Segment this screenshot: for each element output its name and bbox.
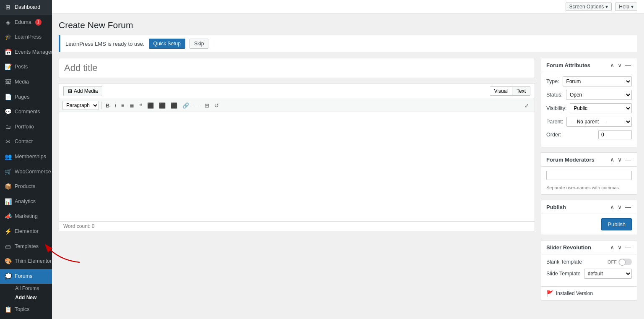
screen-options-button[interactable]: Screen Options ▾ bbox=[566, 3, 612, 11]
parent-label: Parent: bbox=[546, 119, 563, 125]
forums-icon: 💭 bbox=[4, 272, 12, 281]
notice-message: LearnPress LMS is ready to use. bbox=[65, 41, 145, 47]
slider-revolution-panel: Slider Revolution ∧ ∨ — Blank Template O… bbox=[541, 240, 637, 301]
status-label: Status: bbox=[546, 92, 563, 98]
visual-tab[interactable]: Visual bbox=[490, 86, 512, 96]
blockquote-button[interactable]: ❝ bbox=[137, 101, 144, 110]
slide-template-row: Slide Template default bbox=[546, 269, 632, 279]
sidebar-item-thim-elementor[interactable]: 🎨 Thim Elementor bbox=[0, 254, 52, 269]
sidebar-item-memberships[interactable]: 👥 Memberships bbox=[0, 149, 52, 165]
type-field-row: Type: Forum Category bbox=[546, 76, 632, 86]
link-button[interactable]: 🔗 bbox=[180, 101, 191, 110]
sidebar-item-dashboard[interactable]: ⊞ Dashboard bbox=[0, 0, 52, 15]
publish-button[interactable]: Publish bbox=[601, 218, 632, 230]
sidebar-item-woocommerce[interactable]: 🛒 WooCommerce bbox=[0, 165, 52, 180]
sidebar-item-products[interactable]: 📦 Products bbox=[0, 179, 52, 194]
align-left-button[interactable]: ⬛ bbox=[145, 101, 156, 110]
visual-text-tabs: Visual Text bbox=[490, 86, 530, 96]
forum-attributes-controls: ∧ ∨ — bbox=[609, 62, 632, 68]
publish-up[interactable]: ∧ bbox=[609, 204, 615, 210]
visibility-select[interactable]: Public Private bbox=[570, 103, 632, 113]
editor-footer: Word count: 0 bbox=[59, 221, 535, 231]
slider-revolution-close[interactable]: — bbox=[624, 244, 632, 251]
analytics-icon: 📊 bbox=[4, 198, 12, 206]
flag-icon: 🚩 bbox=[546, 290, 553, 297]
slider-revolution-up[interactable]: ∧ bbox=[609, 244, 615, 251]
forum-moderators-close[interactable]: — bbox=[624, 156, 632, 163]
editor-content[interactable] bbox=[59, 112, 535, 221]
expand-button[interactable]: ⤢ bbox=[522, 101, 531, 110]
add-media-button[interactable]: ⊞ Add Media bbox=[63, 86, 102, 96]
unordered-list-button[interactable]: ≡ bbox=[119, 101, 127, 110]
toolbar-sep-1 bbox=[101, 102, 101, 109]
slider-revolution-down[interactable]: ∨ bbox=[617, 244, 623, 251]
posts-icon: 📝 bbox=[4, 63, 12, 71]
sidebar-item-portfolio[interactable]: 🗂 Portfolio bbox=[0, 120, 52, 135]
editor-top-bar: ⊞ Add Media Visual Text bbox=[59, 84, 535, 99]
sidebar-item-media[interactable]: 🖼 Media bbox=[0, 75, 52, 90]
help-button[interactable]: Help ▾ bbox=[615, 3, 637, 11]
sidebar-item-elementor[interactable]: ⚡ Elementor bbox=[0, 224, 52, 239]
slide-template-label: Slide Template bbox=[546, 271, 581, 277]
parent-select[interactable]: — No parent — bbox=[566, 117, 632, 127]
forum-moderators-body: Separate user-names with commas bbox=[541, 167, 637, 194]
sidebar: ⊞ Dashboard ◈ Eduma 1 🎓 LearnPress 📅 Eve… bbox=[0, 0, 52, 319]
sidebar-item-learnpress[interactable]: 🎓 LearnPress bbox=[0, 30, 52, 45]
status-select[interactable]: Open Closed bbox=[566, 90, 632, 100]
help-arrow-icon: ▾ bbox=[631, 4, 634, 10]
sidebar-item-comments[interactable]: 💬 Comments bbox=[0, 105, 52, 120]
sidebar-item-analytics[interactable]: 📊 Analytics bbox=[0, 194, 52, 209]
slide-template-select[interactable]: default bbox=[584, 269, 632, 279]
sidebar-item-contact[interactable]: ✉ Contact bbox=[0, 134, 52, 149]
quick-setup-button[interactable]: Quick Setup bbox=[149, 39, 185, 49]
order-input[interactable] bbox=[598, 130, 632, 139]
installed-version-label: Installed Version bbox=[556, 290, 593, 296]
align-right-button[interactable]: ⬛ bbox=[169, 101, 179, 110]
forum-attributes-down[interactable]: ∨ bbox=[617, 62, 623, 68]
undo-button[interactable]: ↺ bbox=[212, 101, 221, 110]
skip-button[interactable]: Skip bbox=[190, 39, 208, 49]
text-tab[interactable]: Text bbox=[512, 86, 530, 96]
sidebar-item-forums[interactable]: 💭 Forums bbox=[0, 269, 52, 284]
sidebar-item-templates[interactable]: 🗃 Templates bbox=[0, 239, 52, 254]
blank-template-label: Blank Template bbox=[546, 259, 582, 265]
forum-attributes-header: Forum Attributes ∧ ∨ — bbox=[541, 58, 637, 72]
marketing-icon: 📣 bbox=[4, 212, 12, 221]
title-input[interactable] bbox=[59, 58, 535, 78]
align-center-button[interactable]: ⬛ bbox=[157, 101, 168, 110]
moderators-input[interactable] bbox=[546, 171, 632, 180]
sidebar-item-posts[interactable]: 📝 Posts bbox=[0, 60, 52, 75]
forum-moderators-up[interactable]: ∧ bbox=[609, 156, 615, 163]
forum-attributes-up[interactable]: ∧ bbox=[609, 62, 615, 68]
forum-moderators-down[interactable]: ∨ bbox=[617, 156, 623, 163]
sidebar-sub-all-forums[interactable]: All Forums bbox=[0, 284, 52, 293]
italic-button[interactable]: I bbox=[112, 101, 118, 110]
horizontal-rule-button[interactable]: — bbox=[192, 101, 202, 110]
bold-button[interactable]: B bbox=[104, 101, 112, 110]
blank-template-toggle[interactable]: OFF bbox=[608, 259, 632, 265]
type-select[interactable]: Forum Category bbox=[563, 76, 632, 86]
pages-icon: 📄 bbox=[4, 93, 12, 102]
sidebar-item-pages[interactable]: 📄 Pages bbox=[0, 90, 52, 105]
paragraph-format-select[interactable]: Paragraph bbox=[62, 101, 99, 110]
products-icon: 📦 bbox=[4, 183, 12, 191]
sidebar-item-eduma[interactable]: ◈ Eduma 1 bbox=[0, 15, 52, 30]
forum-attributes-close[interactable]: — bbox=[624, 62, 632, 68]
learnpress-notice: LearnPress LMS is ready to use. Quick Se… bbox=[59, 35, 637, 52]
ordered-list-button[interactable]: ≣ bbox=[127, 101, 136, 110]
table-button[interactable]: ⊞ bbox=[203, 101, 211, 110]
publish-down[interactable]: ∨ bbox=[617, 204, 623, 210]
sidebar-item-topics[interactable]: 📋 Topics bbox=[0, 302, 52, 317]
memberships-icon: 👥 bbox=[4, 153, 12, 161]
sidebar-item-replies[interactable]: ↩ Replies bbox=[0, 317, 52, 319]
sidebar-item-events-manager[interactable]: 📅 Events Manager bbox=[0, 45, 52, 60]
forum-attributes-panel: Forum Attributes ∧ ∨ — Type: Forum C bbox=[541, 58, 637, 147]
dashboard-icon: ⊞ bbox=[4, 3, 12, 12]
publish-close[interactable]: — bbox=[624, 204, 632, 210]
sidebar-sub-add-new[interactable]: Add New bbox=[0, 293, 52, 302]
sidebar-item-marketing[interactable]: 📣 Marketing bbox=[0, 209, 52, 224]
comments-icon: 💬 bbox=[4, 108, 12, 116]
word-count: Word count: 0 bbox=[63, 223, 94, 229]
slider-revolution-body: Blank Template OFF Slide Template defaul… bbox=[541, 254, 637, 286]
media-icon: 🖼 bbox=[4, 78, 12, 86]
